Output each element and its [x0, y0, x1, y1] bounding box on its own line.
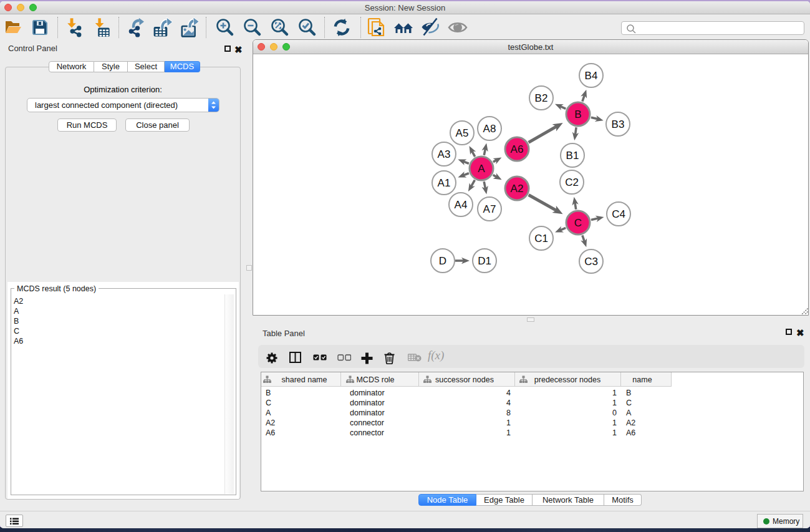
- svg-text:C1: C1: [534, 233, 548, 244]
- svg-text:B3: B3: [612, 118, 625, 130]
- svg-text:D: D: [439, 255, 446, 267]
- svg-text:A1: A1: [438, 177, 451, 189]
- svg-text:A7: A7: [483, 203, 496, 215]
- svg-text:A4: A4: [455, 199, 468, 211]
- svg-text:A2: A2: [511, 183, 524, 195]
- svg-text:A8: A8: [483, 123, 496, 135]
- svg-text:A5: A5: [456, 127, 469, 139]
- svg-text:A6: A6: [511, 143, 524, 155]
- svg-text:B1: B1: [566, 150, 579, 162]
- svg-text:A3: A3: [438, 148, 451, 160]
- svg-text:D1: D1: [478, 255, 491, 267]
- svg-text:C: C: [574, 217, 582, 229]
- svg-text:C4: C4: [612, 208, 625, 220]
- svg-text:B4: B4: [585, 70, 598, 82]
- svg-text:C2: C2: [565, 177, 579, 188]
- svg-text:B: B: [574, 109, 581, 120]
- svg-text:A: A: [478, 163, 485, 175]
- svg-text:B2: B2: [535, 92, 548, 104]
- svg-text:C3: C3: [584, 256, 598, 268]
